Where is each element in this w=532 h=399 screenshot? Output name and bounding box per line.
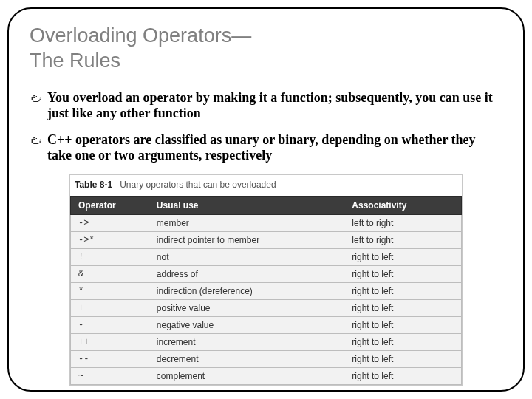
table-row: !notright to left: [71, 248, 462, 265]
cell-associativity: right to left: [344, 299, 462, 316]
table-caption-text: Unary operators that can be overloaded: [120, 180, 276, 190]
cell-usual-use: not: [149, 248, 344, 265]
cell-operator: ++: [71, 333, 149, 350]
table-body: ->memberleft to right->*indirect pointer…: [71, 214, 462, 384]
cell-operator: ->*: [71, 231, 149, 248]
cell-usual-use: indirect pointer to member: [149, 231, 344, 248]
table-row: ->*indirect pointer to memberleft to rig…: [71, 231, 462, 248]
cell-operator: !: [71, 248, 149, 265]
cell-associativity: right to left: [344, 316, 462, 333]
cell-usual-use: member: [149, 214, 344, 231]
cell-operator: +: [71, 299, 149, 316]
cell-associativity: left to right: [344, 214, 462, 231]
table-row: --decrementright to left: [71, 350, 462, 367]
bullet-icon: ౿: [28, 134, 44, 149]
cell-usual-use: negative value: [149, 316, 344, 333]
cell-associativity: left to right: [344, 231, 462, 248]
bullet-item: ౿ C++ operators are classified as unary …: [30, 132, 502, 164]
slide-title: Overloading Operators— The Rules: [30, 24, 502, 74]
table-row: -negative valueright to left: [71, 316, 462, 333]
table-row: ->memberleft to right: [71, 214, 462, 231]
table-row: +positive valueright to left: [71, 299, 462, 316]
cell-operator: *: [71, 282, 149, 299]
title-line-1: Overloading Operators—: [30, 24, 251, 47]
table-row: ~complementright to left: [71, 367, 462, 384]
cell-usual-use: increment: [149, 333, 344, 350]
cell-operator: ~: [71, 367, 149, 384]
cell-associativity: right to left: [344, 282, 462, 299]
col-associativity: Associativity: [344, 196, 462, 214]
cell-usual-use: indirection (dereference): [149, 282, 344, 299]
cell-associativity: right to left: [344, 265, 462, 282]
bullet-text: C++ operators are classified as unary or…: [47, 132, 502, 164]
table-label: Table 8-1: [75, 180, 112, 190]
bullet-item: ౿ You overload an operator by making it …: [30, 90, 502, 122]
table-container: Table 8-1 Unary operators that can be ov…: [69, 174, 463, 386]
cell-operator: ->: [71, 214, 149, 231]
cell-associativity: right to left: [344, 333, 462, 350]
table-header-row: Operator Usual use Associativity: [71, 196, 462, 214]
col-operator: Operator: [71, 196, 149, 214]
table-row: *indirection (dereference)right to left: [71, 282, 462, 299]
col-usual-use: Usual use: [149, 196, 344, 214]
cell-operator: &: [71, 265, 149, 282]
cell-usual-use: address of: [149, 265, 344, 282]
slide-frame: Overloading Operators— The Rules ౿ You o…: [7, 7, 525, 392]
cell-usual-use: positive value: [149, 299, 344, 316]
cell-associativity: right to left: [344, 350, 462, 367]
cell-usual-use: complement: [149, 367, 344, 384]
cell-associativity: right to left: [344, 248, 462, 265]
operators-table: Operator Usual use Associativity ->membe…: [70, 196, 462, 385]
title-line-2: The Rules: [30, 50, 120, 72]
cell-associativity: right to left: [344, 367, 462, 384]
bullet-icon: ౿: [28, 92, 44, 107]
bullet-list: ౿ You overload an operator by making it …: [30, 90, 502, 164]
cell-usual-use: decrement: [149, 350, 344, 367]
table-caption: Table 8-1 Unary operators that can be ov…: [70, 175, 462, 196]
bullet-text: You overload an operator by making it a …: [47, 90, 502, 122]
table-row: &address ofright to left: [71, 265, 462, 282]
table-row: ++incrementright to left: [71, 333, 462, 350]
cell-operator: -: [71, 316, 149, 333]
cell-operator: --: [71, 350, 149, 367]
